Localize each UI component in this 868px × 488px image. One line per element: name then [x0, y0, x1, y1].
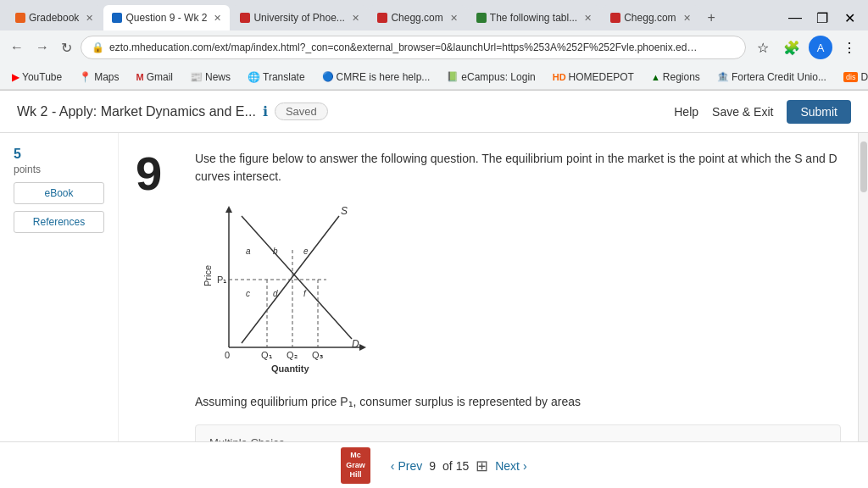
supply-demand-chart: S D P₁ Price — [195, 199, 841, 380]
tab-following[interactable]: The following tabl... ✕ — [468, 5, 600, 30]
pagination-controls: ‹ Prev 9 of 15 ⊞ Next › — [391, 457, 527, 475]
bookmarks-bar: ▶ YouTube 📍 Maps M Gmail 📰 News 🌐 Transl… — [0, 64, 868, 90]
tab-close-gradebook[interactable]: ✕ — [86, 13, 93, 24]
save-exit-button[interactable]: Save & Exit — [712, 105, 773, 119]
svg-text:b: b — [273, 247, 278, 256]
tab-label-chegg2: Chegg.com — [624, 12, 676, 24]
extensions-button[interactable]: 🧩 — [780, 36, 804, 59]
tab-label-following: The following tabl... — [490, 12, 577, 24]
supply-demand-svg: S D P₁ Price — [195, 199, 381, 377]
svg-text:Price: Price — [203, 265, 213, 286]
tab-close-question9[interactable]: ✕ — [214, 13, 221, 24]
regions-icon: ▲ — [651, 72, 660, 82]
forward-button[interactable]: → — [32, 36, 53, 58]
question-sidebar: 5 points eBook References — [0, 133, 119, 441]
tab-favicon-question9 — [112, 13, 122, 23]
bookmark-gmail[interactable]: M Gmail — [131, 69, 179, 85]
app-title-container: Wk 2 - Apply: Market Dynamics and E... ℹ… — [17, 103, 674, 120]
question-body-text: Use the figure below to answer the follo… — [195, 150, 841, 186]
tab-label-question9: Question 9 - Wk 2 — [125, 12, 207, 24]
tab-label-chegg1: Chegg.com — [391, 12, 442, 24]
prev-button[interactable]: ‹ Prev — [391, 459, 422, 473]
next-label: Next — [495, 459, 520, 473]
svg-marker-3 — [359, 344, 366, 351]
next-arrow-icon: › — [523, 459, 527, 473]
tab-chegg2[interactable]: Chegg.com ✕ — [602, 5, 698, 30]
question-content: Use the figure below to answer the follo… — [195, 150, 841, 441]
tab-bar: Gradebook ✕ Question 9 - Wk 2 ✕ Universi… — [0, 0, 868, 30]
more-menu-button[interactable]: ⋮ — [837, 36, 861, 59]
tab-close-chegg2[interactable]: ✕ — [683, 13, 691, 24]
next-button[interactable]: Next › — [495, 459, 526, 473]
restore-button[interactable]: ❐ — [810, 6, 834, 30]
tab-close-following[interactable]: ✕ — [584, 13, 592, 24]
svg-text:d: d — [273, 289, 278, 298]
multiple-choice-section[interactable]: Multiple Choice — [195, 424, 841, 441]
gmail-icon: M — [136, 72, 144, 82]
tab-gradebook[interactable]: Gradebook ✕ — [7, 5, 102, 30]
tab-chegg1[interactable]: Chegg.com ✕ — [369, 5, 465, 30]
info-icon[interactable]: ℹ — [263, 103, 268, 119]
question-number: 9 — [136, 150, 162, 197]
youtube-icon: ▶ — [12, 71, 19, 83]
bookmark-fortera[interactable]: 🏦 Fortera Credit Unio... — [712, 69, 832, 85]
svg-text:P₁: P₁ — [217, 274, 226, 285]
ecampus-icon: 📗 — [447, 71, 459, 82]
tab-favicon-following — [476, 13, 487, 23]
submit-button[interactable]: Submit — [787, 100, 851, 124]
fortera-icon: 🏦 — [717, 71, 729, 82]
vertical-scrollbar[interactable] — [858, 133, 868, 441]
lock-icon: 🔒 — [92, 42, 104, 53]
svg-text:a: a — [246, 247, 251, 256]
discover-icon: dis — [843, 72, 859, 82]
ebook-button[interactable]: eBook — [14, 182, 104, 204]
prev-arrow-icon: ‹ — [391, 459, 395, 473]
profile-button[interactable]: A — [809, 36, 832, 59]
close-window-button[interactable]: ✕ — [837, 6, 861, 30]
app-header: Wk 2 - Apply: Market Dynamics and E... ℹ… — [0, 91, 868, 133]
bookmark-discover[interactable]: dis Discover card — [838, 69, 868, 85]
bookmark-star-button[interactable]: ☆ — [751, 36, 775, 59]
tab-label-phoenix: University of Phoe... — [253, 12, 344, 24]
page-title: Wk 2 - Apply: Market Dynamics and E... — [17, 104, 256, 119]
bookmark-homedepot[interactable]: HD HOMEDEPOT — [548, 69, 639, 85]
tab-question9[interactable]: Question 9 - Wk 2 ✕ — [103, 5, 230, 30]
logo-line1: Mc — [350, 451, 361, 459]
address-text: ezto.mheducation.com/ext/map/index.html?… — [109, 42, 703, 53]
bookmark-news[interactable]: 📰 News — [185, 69, 236, 85]
references-button[interactable]: References — [14, 211, 104, 233]
tab-close-chegg1[interactable]: ✕ — [450, 13, 458, 24]
page-footer: Mc Graw Hill ‹ Prev 9 of 15 ⊞ Next › — [0, 441, 868, 488]
svg-text:Q₂: Q₂ — [287, 350, 298, 360]
bookmark-regions[interactable]: ▲ Regions — [646, 69, 705, 85]
svg-text:Q₁: Q₁ — [261, 350, 272, 360]
bookmark-ecampus[interactable]: 📗 eCampus: Login — [442, 69, 540, 85]
bookmark-maps[interactable]: 📍 Maps — [74, 69, 124, 85]
logo-line3: Hill — [350, 470, 362, 479]
back-button[interactable]: ← — [7, 36, 27, 58]
maps-icon: 📍 — [79, 71, 92, 83]
bookmark-youtube[interactable]: ▶ YouTube — [7, 69, 67, 85]
bookmark-cmre[interactable]: 🔵 CMRE is here help... — [317, 69, 436, 85]
sub-question-text: Assuming equilibrium price P₁, consumer … — [195, 393, 841, 411]
svg-text:e: e — [303, 247, 309, 256]
svg-text:0: 0 — [225, 350, 230, 360]
new-tab-button[interactable]: + — [701, 7, 722, 29]
reload-button[interactable]: ↻ — [58, 36, 75, 59]
grid-view-button[interactable]: ⊞ — [476, 457, 488, 475]
help-button[interactable]: Help — [674, 105, 698, 119]
svg-text:c: c — [246, 289, 250, 298]
minimize-button[interactable]: — — [783, 6, 807, 30]
logo-line2: Graw — [346, 461, 365, 469]
content-area: 5 points eBook References 9 Use the figu… — [0, 133, 868, 441]
bookmark-translate[interactable]: 🌐 Translate — [242, 69, 310, 85]
svg-text:f: f — [303, 289, 307, 298]
address-bar[interactable]: 🔒 ezto.mheducation.com/ext/map/index.htm… — [81, 36, 746, 59]
tab-favicon-chegg1 — [377, 13, 387, 23]
scrollbar-thumb[interactable] — [860, 141, 867, 192]
cmre-icon: 🔵 — [322, 71, 334, 82]
tab-close-phoenix[interactable]: ✕ — [352, 13, 359, 24]
points-label: points — [14, 164, 41, 175]
tab-phoenix[interactable]: University of Phoe... ✕ — [231, 5, 367, 30]
svg-text:D: D — [352, 338, 359, 350]
